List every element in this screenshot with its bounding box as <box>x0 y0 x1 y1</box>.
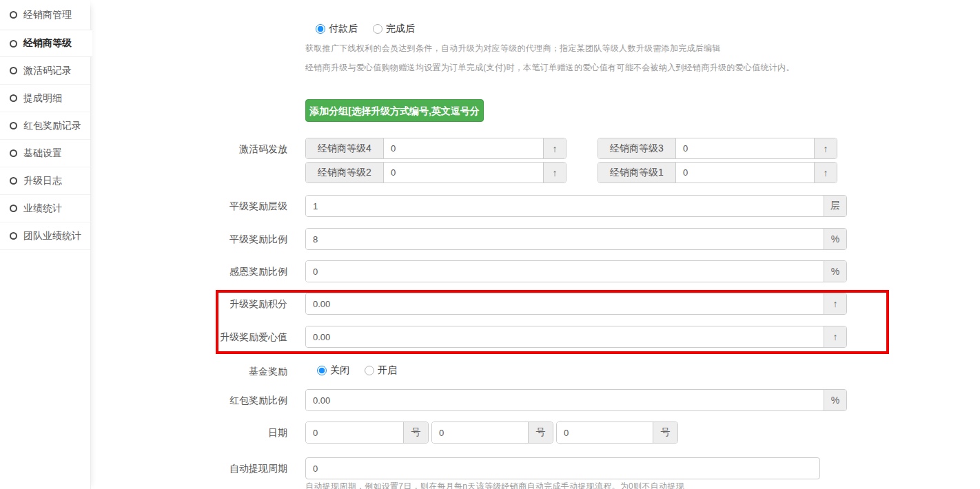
circle-icon <box>10 177 17 185</box>
sidebar-item-dealer-management[interactable]: 经销商管理 <box>0 0 90 30</box>
activation-code-level4-input[interactable] <box>384 138 543 158</box>
date-input-group-3: 号 <box>556 422 678 444</box>
date-input-1[interactable] <box>306 422 403 443</box>
help-text-auto-withdraw: 自动提现周期，例如设置7日，则在每月每n天该等级经销商自动完成手动提现流程。为0… <box>305 481 684 489</box>
circle-icon <box>10 11 17 19</box>
help-text-upgrade-rule: 获取推广下线权利的会员达到条件，自动升级为对应等级的代理商；指定某团队等级人数升… <box>305 43 721 54</box>
group-label: 经销商等级1 <box>598 163 676 183</box>
auto-withdraw-cycle-input[interactable] <box>305 457 820 479</box>
radio-unchecked-icon <box>365 366 374 375</box>
sidebar-item-label: 提成明细 <box>23 92 62 105</box>
sidebar-item-label: 经销商管理 <box>23 9 72 21</box>
date-input-group-2: 号 <box>431 422 553 444</box>
circle-icon <box>10 67 17 74</box>
radio-after-payment[interactable]: 付款后 <box>316 23 358 35</box>
sidebar-item-dealer-level[interactable]: 经销商等级 <box>0 30 92 57</box>
sidebar-item-label: 团队业绩统计 <box>23 230 81 242</box>
activation-code-level3-input[interactable] <box>676 138 814 158</box>
field-label-fund-reward: 基金奖励 <box>91 366 287 377</box>
activation-code-level2-input[interactable] <box>384 163 543 183</box>
circle-icon <box>10 122 17 129</box>
field-label-gratitude-reward-ratio: 感恩奖励比例 <box>91 266 287 277</box>
radio-fund-off[interactable]: 关闭 <box>317 364 349 377</box>
group-label: 经销商等级4 <box>306 138 384 158</box>
date-input-group-1: 号 <box>305 422 429 444</box>
field-label-red-packet-ratio: 红包奖励比例 <box>91 395 287 406</box>
sidebar-item-label: 升级日志 <box>23 175 62 187</box>
help-text-love-value: 经销商升级与爱心值购物赠送均设置为订单完成(支付)时，本笔订单赠送的爱心值有可能… <box>305 62 795 74</box>
group-label: 经销商等级2 <box>306 163 384 183</box>
sidebar-item-upgrade-log[interactable]: 升级日志 <box>0 167 90 195</box>
activation-code-level1-input[interactable] <box>676 163 814 183</box>
sidebar-item-basic-settings[interactable]: 基础设置 <box>0 140 90 167</box>
upgrade-reward-points-input[interactable] <box>306 293 824 314</box>
upgrade-mode-radio-group: 付款后 完成后 <box>316 23 415 35</box>
activation-code-level4-group: 经销商等级4 ↑ <box>305 138 566 159</box>
peer-reward-ratio-input[interactable] <box>306 229 824 249</box>
group-label: 经销商等级3 <box>598 138 676 158</box>
field-label-upgrade-reward-points: 升级奖励积分 <box>91 298 287 309</box>
circle-icon <box>10 149 17 157</box>
sidebar-item-redpacket-reward-records[interactable]: 红包奖励记录 <box>0 112 90 140</box>
unit-addon: 层 <box>824 196 846 216</box>
radio-after-completion[interactable]: 完成后 <box>373 23 415 35</box>
field-label-upgrade-reward-love: 升级奖励爱心值 <box>91 331 287 342</box>
arrow-up-icon[interactable]: ↑ <box>543 163 566 183</box>
date-input-2[interactable] <box>432 422 528 443</box>
field-label-activation-codes: 激活码发放 <box>91 143 287 154</box>
red-packet-ratio-group: % <box>305 389 847 411</box>
gratitude-reward-ratio-input[interactable] <box>306 261 824 282</box>
sidebar-item-label: 基础设置 <box>23 147 62 160</box>
settings-form: 付款后 完成后 获取推广下线权利的会员达到条件，自动升级为对应等级的代理商；指定… <box>91 0 980 489</box>
date-inputs-row: 号 号 号 <box>305 422 678 444</box>
circle-icon <box>10 205 17 212</box>
sidebar-item-label: 业绩统计 <box>23 202 62 215</box>
radio-label: 完成后 <box>386 23 415 35</box>
radio-label: 付款后 <box>329 23 358 35</box>
upgrade-reward-love-input[interactable] <box>306 326 824 347</box>
day-addon: 号 <box>403 422 428 443</box>
peer-reward-level-input[interactable] <box>306 196 824 216</box>
arrow-up-icon[interactable]: ↑ <box>814 138 837 158</box>
radio-label: 开启 <box>378 364 397 377</box>
activation-codes-grid: 经销商等级4 ↑ 经销商等级3 ↑ 经销商等级2 ↑ 经销商等级1 ↑ <box>305 138 837 183</box>
sidebar-item-label: 红包奖励记录 <box>23 120 81 132</box>
sidebar-item-performance-stats[interactable]: 业绩统计 <box>0 195 90 222</box>
sidebar: 经销商管理 经销商等级 激活码记录 提成明细 红包奖励记录 基础设置 升级日志 … <box>0 0 91 489</box>
circle-icon <box>10 94 17 102</box>
radio-unchecked-icon <box>373 24 382 34</box>
field-label-date: 日期 <box>91 427 287 438</box>
field-label-peer-reward-level: 平级奖励层级 <box>91 200 287 211</box>
arrow-up-icon[interactable]: ↑ <box>543 138 566 158</box>
peer-reward-level-group: 层 <box>305 195 847 217</box>
activation-code-level3-group: 经销商等级3 ↑ <box>598 138 837 159</box>
percent-addon: % <box>824 261 846 282</box>
circle-icon <box>10 232 17 240</box>
sidebar-item-team-performance-stats[interactable]: 团队业绩统计 <box>0 222 90 250</box>
arrow-up-icon[interactable]: ↑ <box>814 163 837 183</box>
radio-label: 关闭 <box>330 364 349 377</box>
arrow-up-icon[interactable]: ↑ <box>824 293 846 314</box>
day-addon: 号 <box>653 422 677 443</box>
sidebar-item-label: 经销商等级 <box>23 37 72 50</box>
add-group-button[interactable]: 添加分组[选择升级方式编号,英文逗号分隔] <box>305 99 484 122</box>
radio-fund-on[interactable]: 开启 <box>365 364 397 377</box>
fund-reward-radio-group: 关闭 开启 <box>317 364 397 377</box>
radio-checked-icon <box>316 24 325 34</box>
field-label-peer-reward-ratio: 平级奖励比例 <box>91 233 287 244</box>
upgrade-reward-love-group: ↑ <box>305 326 847 348</box>
arrow-up-icon[interactable]: ↑ <box>824 326 846 347</box>
sidebar-item-label: 激活码记录 <box>23 65 72 77</box>
sidebar-item-commission-details[interactable]: 提成明细 <box>0 85 90 112</box>
circle-icon <box>10 40 17 48</box>
upgrade-reward-points-group: ↑ <box>305 293 847 315</box>
gratitude-reward-ratio-group: % <box>305 260 847 282</box>
red-packet-ratio-input[interactable] <box>306 390 824 410</box>
percent-addon: % <box>824 229 846 249</box>
date-input-3[interactable] <box>557 422 653 443</box>
radio-checked-icon <box>317 366 327 375</box>
sidebar-item-activation-code-records[interactable]: 激活码记录 <box>0 57 90 85</box>
activation-code-level2-group: 经销商等级2 ↑ <box>305 162 566 183</box>
peer-reward-ratio-group: % <box>305 228 847 250</box>
percent-addon: % <box>824 390 846 410</box>
